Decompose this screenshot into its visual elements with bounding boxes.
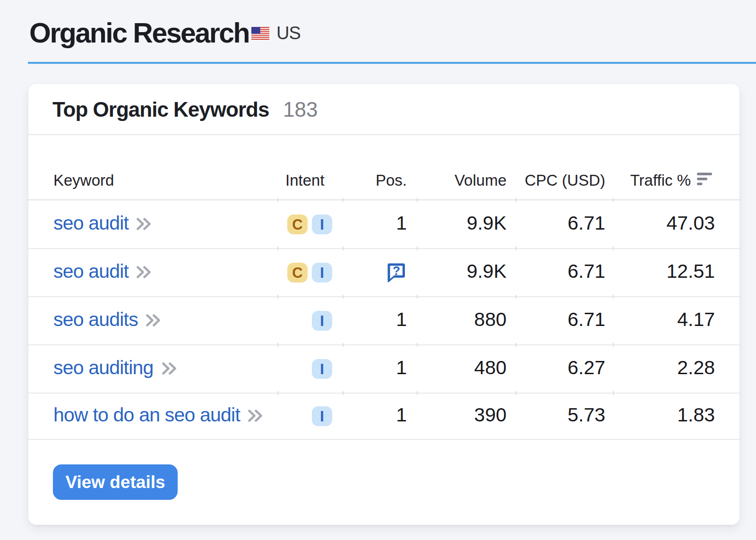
svg-text:?: ? [393, 264, 400, 278]
